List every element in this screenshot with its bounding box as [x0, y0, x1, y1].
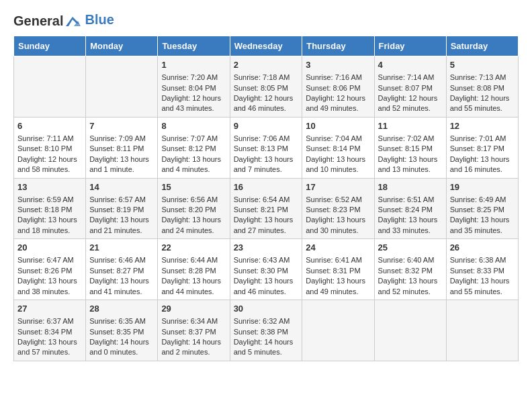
sunrise-text: Sunrise: 7:20 AM [161, 73, 218, 81]
day-number: 5 [450, 59, 515, 71]
daylight-text: Daylight: 12 hours and 46 minutes. [234, 94, 294, 112]
day-number: 9 [234, 120, 299, 132]
daylight-text: Daylight: 14 hours and 2 minutes. [161, 338, 221, 356]
calendar-body: 1 Sunrise: 7:20 AM Sunset: 8:04 PM Dayli… [14, 56, 519, 361]
day-number: 17 [306, 181, 370, 193]
daylight-text: Daylight: 13 hours and 44 minutes. [161, 277, 221, 295]
sunset-text: Sunset: 8:35 PM [89, 328, 144, 336]
sunrise-text: Sunrise: 6:56 AM [161, 195, 218, 203]
sunset-text: Sunset: 8:32 PM [378, 267, 433, 275]
calendar-cell: 5 Sunrise: 7:13 AM Sunset: 8:08 PM Dayli… [446, 56, 518, 118]
sunset-text: Sunset: 8:20 PM [161, 205, 216, 214]
logo-blue: Blue [85, 12, 114, 28]
day-number: 30 [234, 303, 299, 315]
calendar-cell: 8 Sunrise: 7:07 AM Sunset: 8:12 PM Dayli… [158, 117, 230, 178]
day-number: 21 [89, 242, 154, 254]
day-number: 28 [89, 303, 154, 315]
sunrise-text: Sunrise: 7:04 AM [306, 134, 362, 142]
calendar-cell [14, 56, 86, 118]
sunset-text: Sunset: 8:18 PM [17, 205, 72, 214]
daylight-text: Daylight: 13 hours and 24 minutes. [161, 216, 221, 234]
sunset-text: Sunset: 8:27 PM [89, 267, 144, 275]
sunrise-text: Sunrise: 7:16 AM [306, 73, 362, 81]
calendar-cell: 23 Sunrise: 6:43 AM Sunset: 8:30 PM Dayl… [230, 239, 302, 300]
calendar-cell: 25 Sunrise: 6:40 AM Sunset: 8:32 PM Dayl… [374, 239, 446, 300]
calendar-week-2: 6 Sunrise: 7:11 AM Sunset: 8:10 PM Dayli… [14, 117, 519, 178]
logo-icon [63, 14, 82, 29]
daylight-text: Daylight: 13 hours and 30 minutes. [306, 216, 365, 234]
day-number: 15 [161, 181, 226, 193]
sunrise-text: Sunrise: 6:38 AM [450, 256, 506, 264]
sunrise-text: Sunrise: 6:52 AM [306, 195, 362, 203]
sunset-text: Sunset: 8:12 PM [161, 144, 216, 152]
day-number: 11 [378, 120, 443, 132]
calendar-cell: 13 Sunrise: 6:59 AM Sunset: 8:18 PM Dayl… [14, 178, 86, 239]
logo: General Blue [13, 13, 114, 29]
calendar-cell: 19 Sunrise: 6:49 AM Sunset: 8:25 PM Dayl… [446, 178, 518, 239]
sunset-text: Sunset: 8:26 PM [17, 267, 72, 275]
daylight-text: Daylight: 13 hours and 35 minutes. [450, 216, 510, 234]
calendar-cell: 17 Sunrise: 6:52 AM Sunset: 8:23 PM Dayl… [302, 178, 374, 239]
calendar-cell [374, 300, 446, 361]
sunrise-text: Sunrise: 6:37 AM [17, 317, 74, 325]
day-number: 24 [306, 242, 370, 254]
day-number: 12 [450, 120, 515, 132]
sunrise-text: Sunrise: 6:40 AM [378, 256, 435, 264]
calendar-cell: 9 Sunrise: 7:06 AM Sunset: 8:13 PM Dayli… [230, 117, 302, 178]
calendar-cell: 16 Sunrise: 6:54 AM Sunset: 8:21 PM Dayl… [230, 178, 302, 239]
daylight-text: Daylight: 13 hours and 46 minutes. [234, 277, 294, 295]
day-number: 25 [378, 242, 443, 254]
sunrise-text: Sunrise: 7:09 AM [89, 134, 146, 142]
weekday-header-wednesday: Wednesday [230, 36, 302, 56]
calendar-table: SundayMondayTuesdayWednesdayThursdayFrid… [13, 36, 519, 361]
day-number: 13 [17, 181, 82, 193]
daylight-text: Daylight: 13 hours and 7 minutes. [234, 155, 294, 173]
day-number: 14 [89, 181, 154, 193]
sunrise-text: Sunrise: 6:47 AM [17, 256, 74, 264]
sunrise-text: Sunrise: 6:59 AM [17, 195, 74, 203]
daylight-text: Daylight: 13 hours and 21 minutes. [89, 216, 149, 234]
sunrise-text: Sunrise: 7:06 AM [234, 134, 290, 142]
calendar-week-5: 27 Sunrise: 6:37 AM Sunset: 8:34 PM Dayl… [14, 300, 519, 361]
sunrise-text: Sunrise: 6:32 AM [234, 317, 290, 325]
logo-general: General [13, 13, 63, 29]
calendar-cell: 4 Sunrise: 7:14 AM Sunset: 8:07 PM Dayli… [374, 56, 446, 118]
day-number: 27 [17, 303, 82, 315]
day-number: 18 [378, 181, 443, 193]
sunset-text: Sunset: 8:15 PM [378, 144, 433, 152]
day-number: 26 [450, 242, 515, 254]
daylight-text: Daylight: 13 hours and 4 minutes. [161, 155, 221, 173]
calendar-cell: 14 Sunrise: 6:57 AM Sunset: 8:19 PM Dayl… [86, 178, 158, 239]
daylight-text: Daylight: 13 hours and 16 minutes. [450, 155, 510, 173]
day-number: 23 [234, 242, 299, 254]
sunset-text: Sunset: 8:31 PM [306, 267, 360, 275]
weekday-header-friday: Friday [374, 36, 446, 56]
weekday-header-monday: Monday [86, 36, 158, 56]
calendar-cell: 29 Sunrise: 6:34 AM Sunset: 8:37 PM Dayl… [158, 300, 230, 361]
daylight-text: Daylight: 13 hours and 52 minutes. [378, 277, 438, 295]
sunrise-text: Sunrise: 7:14 AM [378, 73, 435, 81]
calendar-cell: 1 Sunrise: 7:20 AM Sunset: 8:04 PM Dayli… [158, 56, 230, 118]
daylight-text: Daylight: 12 hours and 52 minutes. [378, 94, 438, 112]
sunrise-text: Sunrise: 7:02 AM [378, 134, 435, 142]
calendar-cell: 10 Sunrise: 7:04 AM Sunset: 8:14 PM Dayl… [302, 117, 374, 178]
sunrise-text: Sunrise: 7:11 AM [17, 134, 74, 142]
day-number: 10 [306, 120, 370, 132]
sunset-text: Sunset: 8:05 PM [234, 84, 288, 92]
day-number: 19 [450, 181, 515, 193]
calendar-week-3: 13 Sunrise: 6:59 AM Sunset: 8:18 PM Dayl… [14, 178, 519, 239]
daylight-text: Daylight: 13 hours and 55 minutes. [450, 277, 510, 295]
day-number: 29 [161, 303, 226, 315]
day-number: 7 [89, 120, 154, 132]
sunset-text: Sunset: 8:34 PM [17, 328, 72, 336]
calendar-week-1: 1 Sunrise: 7:20 AM Sunset: 8:04 PM Dayli… [14, 56, 519, 118]
sunrise-text: Sunrise: 6:43 AM [234, 256, 290, 264]
calendar-cell: 3 Sunrise: 7:16 AM Sunset: 8:06 PM Dayli… [302, 56, 374, 118]
sunrise-text: Sunrise: 6:46 AM [89, 256, 146, 264]
daylight-text: Daylight: 13 hours and 1 minute. [89, 155, 149, 173]
sunset-text: Sunset: 8:28 PM [161, 267, 216, 275]
daylight-text: Daylight: 12 hours and 49 minutes. [306, 94, 365, 112]
calendar-cell: 20 Sunrise: 6:47 AM Sunset: 8:26 PM Dayl… [14, 239, 86, 300]
daylight-text: Daylight: 13 hours and 33 minutes. [378, 216, 438, 234]
daylight-text: Daylight: 13 hours and 27 minutes. [234, 216, 294, 234]
